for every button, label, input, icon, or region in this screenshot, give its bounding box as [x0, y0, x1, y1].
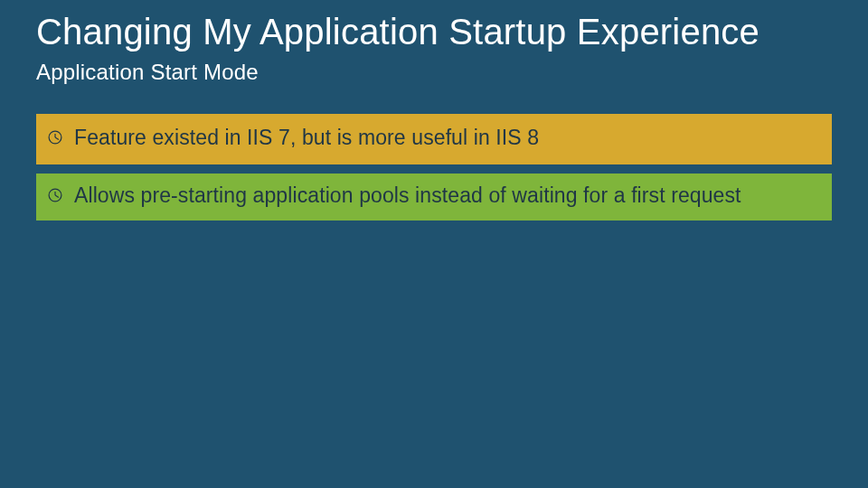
clock-arrow-icon — [47, 129, 63, 145]
slide-subtitle: Application Start Mode — [36, 60, 259, 85]
clock-arrow-icon — [47, 187, 63, 203]
bullet-text: Feature existed in IIS 7, but is more us… — [74, 125, 539, 152]
slide: Changing My Application Startup Experien… — [0, 0, 868, 488]
bullet-row: Allows pre-starting application pools in… — [36, 174, 832, 221]
svg-line-5 — [55, 195, 59, 197]
svg-line-2 — [55, 137, 59, 139]
bullet-row: Feature existed in IIS 7, but is more us… — [36, 114, 832, 164]
bullet-text: Allows pre-starting application pools in… — [74, 183, 741, 210]
slide-title: Changing My Application Startup Experien… — [36, 13, 760, 51]
